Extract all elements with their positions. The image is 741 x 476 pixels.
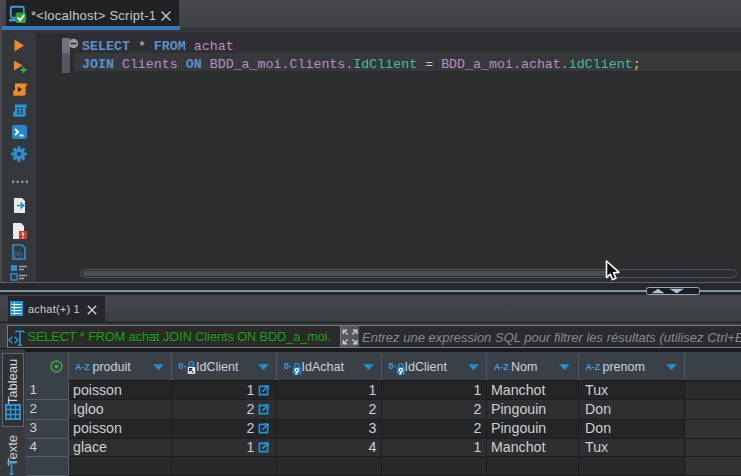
svg-text:(x): (x) xyxy=(14,250,22,258)
